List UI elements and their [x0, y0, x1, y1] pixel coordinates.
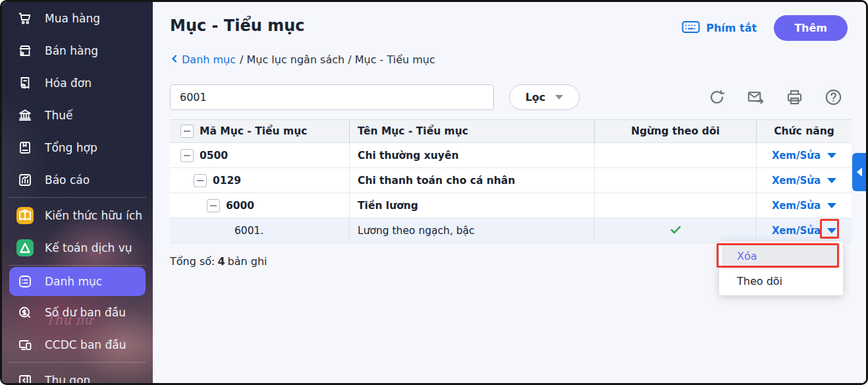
expand-panel-tab[interactable]: [852, 153, 866, 191]
tree-collapse-checkbox[interactable]: [207, 199, 220, 212]
sidebar-divider: [9, 265, 146, 266]
store-icon: [16, 42, 34, 59]
knowledge-icon: [16, 207, 34, 224]
table-row[interactable]: 6000 Tiền lương Xem/Sửa: [170, 193, 852, 218]
row-code: 0129: [213, 175, 241, 187]
category-icon: [16, 273, 34, 290]
sidebar-item-mua-hang[interactable]: Mua hàng: [2, 2, 153, 34]
send-mail-icon[interactable]: [746, 88, 765, 106]
cart-icon: [16, 10, 34, 27]
accounting-service-icon: [16, 239, 34, 256]
tree-collapse-checkbox[interactable]: [194, 174, 207, 187]
view-edit-link[interactable]: Xem/Sửa: [772, 200, 836, 212]
sidebar-item-tong-hop[interactable]: Tổng hợp: [2, 131, 153, 163]
view-edit-link[interactable]: Xem/Sửa: [772, 150, 836, 162]
keyboard-icon: [682, 20, 700, 36]
row-actions-menu: Xóa Theo dõi: [719, 241, 843, 295]
add-button[interactable]: Thêm: [774, 15, 848, 41]
filter-button[interactable]: Lọc: [509, 84, 580, 110]
sidebar-item-thu-gon[interactable]: Thu gọn: [2, 364, 153, 383]
sidebar-item-label: Tổng hợp: [45, 141, 97, 154]
row-name: Tiền lương: [358, 200, 418, 212]
print-icon[interactable]: [785, 88, 803, 106]
column-header-stopped: Ngừng theo dõi: [631, 125, 720, 137]
report-icon: [16, 171, 34, 189]
sidebar-divider: [9, 362, 146, 363]
row-code: 6001.: [234, 225, 263, 237]
select-all-checkbox[interactable]: [180, 125, 194, 138]
sidebar-item-label: Bán hàng: [45, 44, 98, 57]
column-header-actions: Chức năng: [774, 125, 834, 137]
chevron-down-icon[interactable]: [827, 153, 836, 158]
table-row[interactable]: 0129 Chi thanh toán cho cá nhân Xem/Sửa: [170, 168, 852, 193]
app-window: Thu nữ Mua hàng Bán hàng Hóa đơn: [0, 0, 868, 385]
sidebar-item-label: Danh mục: [45, 275, 102, 288]
items-table: Mã Mục - Tiểu mục Tên Mục - Tiểu mục Ngừ…: [170, 119, 852, 243]
sidebar-item-danh-muc[interactable]: Danh mục: [9, 267, 146, 296]
table-row[interactable]: 0500 Chi thường xuyên Xem/Sửa: [170, 143, 852, 168]
chevron-down-icon[interactable]: [827, 203, 836, 208]
records-total: Tổng số:4bản ghi: [170, 255, 267, 268]
sidebar-item-thue[interactable]: Thuế: [2, 99, 153, 131]
row-name: Lương theo ngạch, bậc: [358, 225, 475, 237]
sidebar-item-label: Mua hàng: [45, 12, 100, 25]
tree-collapse-checkbox[interactable]: [180, 149, 194, 162]
sidebar-item-label: Kế toán dịch vụ: [45, 241, 132, 254]
breadcrumb-path: / Mục lục ngân sách / Mục - Tiểu mục: [240, 53, 435, 66]
row-code: 6000: [226, 200, 254, 212]
chevron-down-icon[interactable]: [827, 178, 836, 183]
sidebar-item-ban-hang[interactable]: Bán hàng: [2, 34, 153, 67]
sidebar-item-ccdc-ban-dau[interactable]: CCDC ban đầu: [2, 328, 153, 361]
sidebar-item-label: Thuế: [45, 109, 72, 122]
menu-item-delete[interactable]: Xóa: [722, 243, 840, 268]
sidebar: Thu nữ Mua hàng Bán hàng Hóa đơn: [2, 2, 153, 383]
bank-icon: [16, 107, 34, 124]
stopped-check-icon: [669, 223, 682, 239]
sidebar-divider: [9, 197, 146, 198]
sidebar-item-so-du-ban-dau[interactable]: Số dư ban đầu: [2, 296, 153, 328]
shortcut-button[interactable]: Phím tắt: [682, 20, 757, 36]
menu-item-follow[interactable]: Theo dõi: [719, 268, 843, 293]
table-row-selected[interactable]: 6001. Lương theo ngạch, bậc Xem/Sửa: [170, 218, 852, 243]
sidebar-item-label: Hóa đơn: [45, 76, 92, 90]
breadcrumb: Danh mục / Mục lục ngân sách / Mục - Tiể…: [170, 53, 435, 66]
column-header-code: Mã Mục - Tiểu mục: [200, 125, 307, 137]
chevron-down-icon: [555, 95, 563, 100]
breadcrumb-back-link[interactable]: Danh mục: [170, 53, 236, 66]
sidebar-item-ke-toan-dich-vu[interactable]: Kế toán dịch vụ: [2, 231, 153, 264]
help-icon[interactable]: [824, 88, 842, 106]
ledger-icon: [16, 139, 34, 156]
shortcut-label: Phím tắt: [706, 22, 757, 34]
page-title: Mục - Tiểu mục: [170, 16, 305, 35]
devices-icon: [16, 336, 34, 353]
sidebar-item-label: Thu gọn: [45, 374, 90, 384]
sidebar-item-label: Kiến thức hữu ích: [45, 209, 142, 222]
column-header-name: Tên Mục - Tiểu mục: [358, 125, 468, 137]
sidebar-item-kien-thuc-huu-ich[interactable]: Kiến thức hữu ích: [2, 199, 153, 231]
row-code: 0500: [200, 150, 228, 162]
chevron-left-icon: [857, 167, 862, 177]
sidebar-item-bao-cao[interactable]: Báo cáo: [2, 163, 153, 196]
sidebar-item-label: Báo cáo: [45, 173, 90, 187]
row-name: Chi thường xuyên: [358, 150, 458, 162]
refresh-icon[interactable]: [707, 88, 726, 106]
balance-icon: [16, 304, 34, 321]
view-edit-link[interactable]: Xem/Sửa: [772, 175, 836, 187]
sidebar-item-label: CCDC ban đầu: [45, 338, 126, 351]
table-header-row: Mã Mục - Tiểu mục Tên Mục - Tiểu mục Ngừ…: [170, 119, 852, 143]
chevron-left-icon: [170, 53, 179, 66]
sidebar-item-hoa-don[interactable]: Hóa đơn: [2, 67, 153, 99]
collapse-icon: [16, 372, 34, 384]
invoice-icon: [16, 74, 34, 92]
row-name: Chi thanh toán cho cá nhân: [358, 175, 515, 187]
sidebar-item-label: Số dư ban đầu: [45, 306, 126, 319]
search-input[interactable]: [170, 84, 494, 110]
view-edit-link[interactable]: Xem/Sửa: [772, 225, 836, 237]
chevron-down-icon[interactable]: [827, 228, 836, 233]
main-content: Mục - Tiểu mục Phím tắt Thêm Danh mục / …: [153, 2, 866, 383]
